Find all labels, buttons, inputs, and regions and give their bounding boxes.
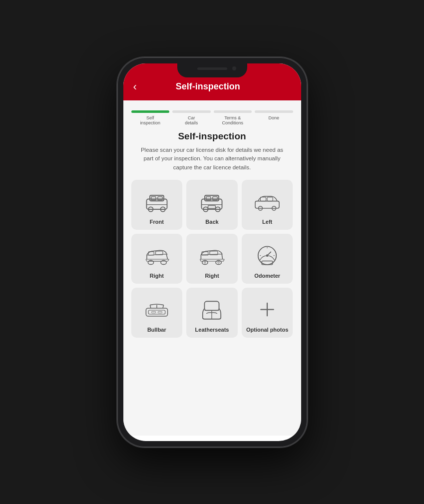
progress-steps: Selfinspection Cardetails Terms &Conditi… (131, 110, 293, 126)
odometer-icon (253, 244, 281, 269)
speaker (197, 67, 227, 70)
back-car-icon (198, 190, 226, 215)
content-area: Selfinspection Cardetails Terms &Conditi… (123, 100, 301, 436)
grid-item-optional-photos[interactable]: Optional photos (242, 288, 293, 338)
bullbar-icon (143, 298, 171, 323)
page-description: Please scan your car license disk for de… (131, 146, 293, 172)
front-label: Front (150, 219, 164, 225)
grid-item-front[interactable]: Front (131, 180, 183, 230)
svg-rect-14 (208, 205, 216, 208)
step-bar-1 (131, 110, 170, 113)
leatherseats-label: Leatherseats (195, 327, 229, 333)
grid-item-right2[interactable]: Right (186, 234, 238, 284)
phone-frame: ‹ Self-inspection Selfinspection Cardeta… (117, 57, 307, 447)
odometer-label: Odometer (254, 273, 280, 279)
svg-rect-17 (267, 197, 273, 201)
step-car-details: Cardetails (172, 110, 211, 126)
front-car-icon (143, 190, 171, 215)
page-title: Self-inspection (131, 131, 293, 142)
grid-item-odometer[interactable]: Odometer (242, 234, 293, 284)
step-bar-3 (214, 110, 252, 113)
svg-point-29 (218, 262, 219, 263)
svg-line-41 (163, 305, 164, 308)
svg-point-30 (204, 262, 206, 263)
right1-label: Right (150, 273, 164, 279)
step-bar-2 (172, 110, 211, 113)
bullbar-label: Bullbar (147, 327, 166, 333)
grid-item-back[interactable]: Back (186, 180, 238, 230)
svg-rect-16 (261, 197, 266, 201)
grid-item-bullbar[interactable]: Bullbar (131, 288, 183, 338)
phone-screen: ‹ Self-inspection Selfinspection Cardeta… (123, 63, 301, 441)
grid-item-leatherseats[interactable]: Leatherseats (186, 288, 238, 338)
right1-car-icon (143, 244, 171, 269)
leatherseats-icon (198, 298, 226, 323)
svg-rect-39 (148, 310, 165, 314)
grid-item-right1[interactable]: Right (131, 234, 183, 284)
step-label-4: Done (268, 115, 279, 121)
step-terms: Terms &Conditions (214, 110, 252, 126)
step-label-2: Cardetails (185, 115, 198, 126)
notch (177, 63, 247, 77)
grid-item-left[interactable]: Left (242, 180, 293, 230)
back-button[interactable]: ‹ (133, 81, 137, 92)
svg-rect-43 (151, 311, 155, 313)
svg-rect-45 (205, 301, 219, 310)
right2-car-icon (198, 244, 226, 269)
right2-label: Right (205, 273, 219, 279)
step-self-inspection: Selfinspection (131, 110, 170, 126)
left-label: Left (262, 219, 272, 225)
photo-grid: Front Back (131, 180, 293, 338)
camera (232, 66, 236, 70)
svg-rect-44 (158, 311, 162, 313)
svg-line-40 (150, 305, 151, 308)
optional-photos-label: Optional photos (246, 327, 288, 333)
svg-point-33 (266, 254, 269, 257)
step-label-1: Selfinspection (140, 115, 160, 126)
optional-photos-icon (253, 298, 281, 323)
left-car-icon (253, 190, 281, 215)
svg-rect-38 (146, 308, 167, 316)
step-label-3: Terms &Conditions (222, 115, 243, 126)
step-done: Done (255, 110, 293, 126)
header-title: Self-inspection (137, 81, 279, 92)
step-bar-4 (255, 110, 293, 113)
back-label: Back (205, 219, 218, 225)
